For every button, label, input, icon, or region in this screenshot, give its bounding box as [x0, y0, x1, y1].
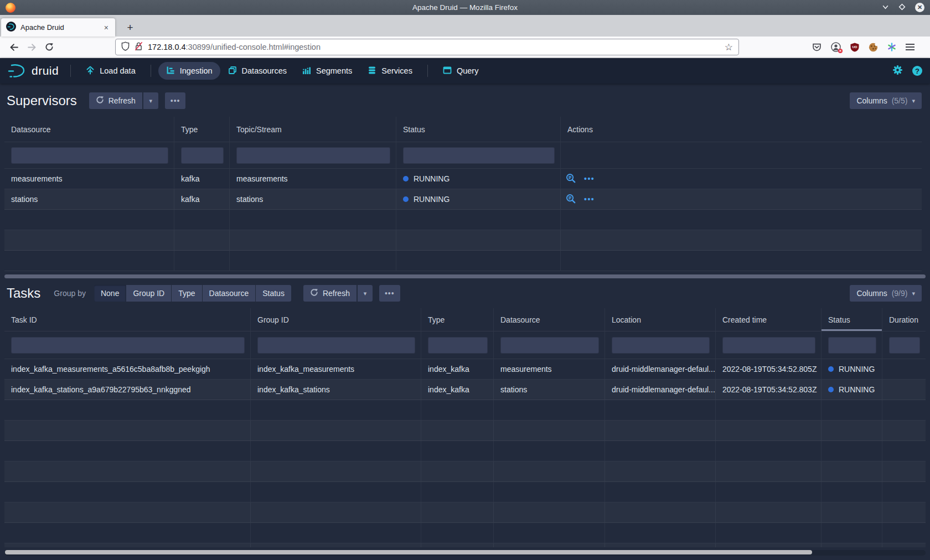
view-detail-magnifier-icon[interactable]	[566, 194, 576, 205]
col-header-datasource[interactable]: Datasource	[4, 117, 174, 142]
task-group-id-filter-input[interactable]	[257, 337, 415, 354]
task-location-filter-input[interactable]	[612, 337, 710, 354]
task-id-filter-input[interactable]	[11, 337, 245, 354]
empty-row	[4, 523, 926, 543]
group-by-datasource-button[interactable]: Datasource	[203, 285, 256, 302]
tasks-section-header: Tasks Group by None Group ID Type Dataso…	[4, 278, 926, 308]
task-created-time-filter-input[interactable]	[722, 337, 815, 354]
supervisors-columns-button[interactable]: Columns (5/5) ▾	[850, 92, 922, 109]
nav-ingestion[interactable]: Ingestion	[158, 62, 220, 80]
tasks-refresh-button[interactable]: Refresh	[303, 285, 356, 302]
bookmark-star-icon[interactable]: ☆	[725, 42, 733, 53]
col-header-type[interactable]: Type	[421, 308, 494, 331]
new-tab-button[interactable]: +	[122, 20, 138, 35]
task-row: index_kafka_measurements_a5616c5ba8afb8b…	[4, 359, 926, 380]
tab-close-icon[interactable]: ×	[102, 23, 110, 32]
supervisor-topic-filter-input[interactable]	[236, 147, 390, 164]
empty-row	[4, 441, 926, 462]
extension-asterisk-icon[interactable]	[887, 43, 896, 51]
minimize-icon[interactable]	[882, 3, 889, 13]
nav-divider	[151, 65, 151, 77]
running-status-dot	[403, 176, 409, 182]
tasks-refresh-caret-button[interactable]: ▾	[358, 285, 373, 302]
group-by-type-button[interactable]: Type	[172, 285, 202, 302]
col-header-type[interactable]: Type	[174, 117, 230, 142]
group-by-group-id-button[interactable]: Group ID	[126, 285, 171, 302]
tab-bar: Apache Druid × +	[0, 15, 930, 37]
supervisors-horizontal-scrollbar[interactable]	[4, 274, 926, 278]
col-header-duration[interactable]: Duration	[882, 308, 926, 331]
nav-query[interactable]: Query	[435, 62, 487, 80]
nav-load-data[interactable]: Load data	[78, 62, 143, 80]
supervisor-type-filter-input[interactable]	[181, 147, 224, 164]
col-header-created-time[interactable]: Created time	[716, 308, 822, 331]
supervisor-datasource-filter-input[interactable]	[11, 147, 168, 164]
druid-logo[interactable]: druid	[8, 64, 59, 78]
url-path: :30899/unified-console.html#ingestion	[186, 43, 321, 51]
tracking-shield-icon[interactable]	[121, 42, 130, 53]
url-host: 172.18.0.4	[148, 43, 186, 51]
col-header-status[interactable]: Status	[822, 308, 882, 331]
insecure-lock-icon[interactable]	[135, 42, 143, 53]
tasks-scrollbar-thumb[interactable]	[5, 550, 812, 554]
ublock-icon[interactable]: UO	[850, 43, 859, 52]
tasks-header-row: Task ID Group ID Type Datasource Locatio…	[4, 308, 926, 331]
col-header-group-id[interactable]: Group ID	[251, 308, 421, 331]
supervisor-status-cell: RUNNING	[396, 169, 561, 189]
account-icon[interactable]: ✕	[831, 42, 841, 52]
back-icon[interactable]	[7, 40, 21, 54]
empty-row	[4, 400, 926, 421]
view-detail-magnifier-icon[interactable]	[566, 173, 576, 185]
cookie-icon[interactable]	[869, 43, 878, 52]
task-type-filter-input[interactable]	[428, 337, 488, 354]
running-status-dot	[828, 387, 834, 392]
task-duration-filter-input[interactable]	[889, 337, 920, 354]
supervisors-more-button[interactable]: •••	[165, 92, 186, 109]
settings-gear-icon[interactable]	[892, 65, 903, 77]
col-header-datasource[interactable]: Datasource	[494, 308, 605, 331]
task-status-cell: RUNNING	[822, 380, 882, 400]
task-datasource-cell: stations	[494, 380, 605, 400]
nav-datasources[interactable]: Datasources	[220, 62, 294, 80]
task-duration-cell	[882, 380, 926, 400]
col-header-topic-stream[interactable]: Topic/Stream	[230, 117, 396, 142]
refresh-icon	[310, 288, 318, 298]
maximize-icon[interactable]	[898, 3, 906, 13]
group-by-status-button[interactable]: Status	[256, 285, 291, 302]
chevron-down-icon: ▾	[912, 290, 915, 297]
col-header-task-id[interactable]: Task ID	[4, 308, 251, 331]
nav-services[interactable]: Services	[360, 62, 420, 80]
tasks-filter-row	[4, 331, 926, 359]
chevron-down-icon: ▾	[364, 290, 367, 297]
task-location-cell: druid-middlemanager-defaul...	[605, 380, 716, 400]
reload-icon[interactable]	[42, 40, 56, 54]
close-icon[interactable]: ✕	[915, 3, 924, 12]
tasks-more-button[interactable]: •••	[379, 285, 400, 302]
supervisors-refresh-caret-button[interactable]: ▾	[143, 92, 158, 109]
url-bar[interactable]: 172.18.0.4:30899/unified-console.html#in…	[115, 39, 739, 55]
tasks-columns-button[interactable]: Columns (9/9) ▾	[850, 285, 922, 302]
row-actions-more-icon[interactable]: •••	[584, 195, 595, 204]
tab-apache-druid[interactable]: Apache Druid ×	[1, 18, 115, 37]
menu-icon[interactable]	[906, 44, 914, 50]
supervisor-topic-cell: stations	[230, 189, 396, 210]
pocket-icon[interactable]	[812, 43, 822, 52]
task-status-filter-input[interactable]	[828, 337, 876, 354]
tasks-table: Task ID Group ID Type Datasource Locatio…	[4, 308, 926, 547]
running-status-dot	[403, 196, 409, 202]
task-created-time-cell: 2022-08-19T05:34:52.805Z	[716, 359, 822, 380]
row-actions-more-icon[interactable]: •••	[584, 174, 595, 183]
supervisors-refresh-button[interactable]: Refresh	[89, 92, 142, 109]
task-datasource-filter-input[interactable]	[500, 337, 599, 354]
group-by-none-button[interactable]: None	[94, 285, 126, 302]
tasks-horizontal-scrollbar[interactable]	[4, 550, 926, 556]
nav-segments[interactable]: Segments	[294, 62, 360, 80]
col-header-location[interactable]: Location	[605, 308, 716, 331]
forward-icon[interactable]	[24, 40, 39, 54]
empty-row	[4, 421, 926, 441]
supervisor-status-filter-input[interactable]	[403, 147, 555, 164]
col-header-status[interactable]: Status	[396, 117, 561, 142]
nav-divider	[427, 65, 428, 77]
help-icon[interactable]: ?	[912, 66, 922, 76]
account-error-badge: ✕	[838, 49, 843, 53]
